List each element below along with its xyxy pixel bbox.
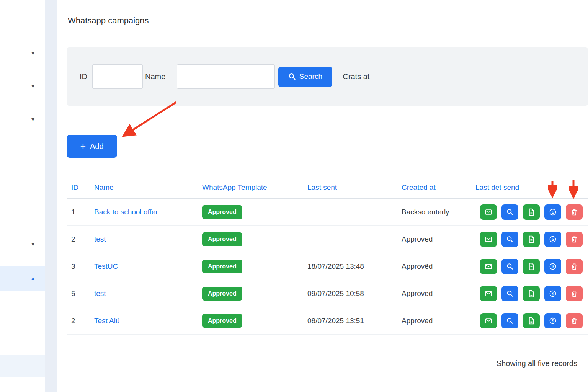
svg-text:$: $	[552, 210, 554, 214]
envelope-icon	[485, 263, 492, 270]
delete-button[interactable]	[566, 313, 583, 328]
trash-icon	[570, 317, 578, 325]
col-header-last-det-send[interactable]: Last det send	[471, 183, 588, 192]
report-button[interactable]	[523, 204, 540, 220]
search-icon	[506, 263, 514, 270]
report-button[interactable]	[523, 313, 540, 328]
cell-created-at: Approved	[397, 289, 471, 298]
trash-icon	[570, 263, 578, 270]
plus-icon: +	[80, 141, 86, 151]
name-filter-label: Name	[145, 72, 165, 81]
cell-id: 5	[67, 289, 90, 298]
envelope-icon	[485, 290, 492, 297]
trash-icon	[570, 235, 578, 243]
filter-panel: ID Name Search Crats at	[67, 47, 588, 106]
table-row: 5 test Approved 09/07/2025 10:58 Approve…	[67, 280, 588, 307]
svg-text:$: $	[552, 237, 554, 242]
svg-text:$: $	[552, 265, 554, 269]
billing-button[interactable]: $	[544, 313, 561, 328]
envelope-icon	[485, 208, 492, 216]
billing-button[interactable]: $	[544, 259, 561, 274]
view-details-button[interactable]	[501, 204, 518, 220]
cell-id: 1	[67, 208, 90, 216]
page-title: Whatsapp campaigns	[57, 5, 588, 36]
table-row: 3 TestUC Approved 18/07/2025 13:48 Appro…	[67, 253, 588, 280]
add-button-label: Add	[90, 142, 104, 151]
chevron-down-icon[interactable]: ▾	[31, 50, 34, 56]
message-button[interactable]	[480, 286, 497, 301]
id-filter-input[interactable]	[92, 64, 143, 89]
document-icon	[528, 208, 535, 216]
chevron-down-icon[interactable]: ▾	[31, 116, 34, 122]
table-row: 2 Test Alú Approved 08/07/2025 13:51 App…	[67, 307, 588, 335]
add-campaign-button[interactable]: + Add	[67, 135, 117, 158]
search-icon	[288, 73, 296, 80]
col-header-last-sent[interactable]: Last sent	[303, 183, 397, 192]
cell-id: 3	[67, 262, 90, 271]
cell-last-sent: 18/07/2025 13:48	[303, 262, 397, 271]
chevron-down-icon[interactable]: ▾	[31, 83, 34, 89]
report-button[interactable]	[523, 286, 540, 301]
envelope-icon	[485, 317, 492, 325]
campaign-name-link[interactable]: test	[94, 235, 106, 243]
chevron-up-icon[interactable]: ▴	[31, 275, 34, 281]
search-button[interactable]: Search	[278, 67, 332, 87]
view-details-button[interactable]	[501, 313, 518, 328]
message-button[interactable]	[480, 232, 497, 247]
dollar-circle-icon: $	[549, 317, 557, 325]
billing-button[interactable]: $	[544, 204, 561, 220]
dollar-circle-icon: $	[549, 235, 557, 243]
delete-button[interactable]	[566, 286, 583, 301]
dollar-circle-icon: $	[549, 208, 557, 216]
document-icon	[528, 290, 535, 297]
name-filter-input[interactable]	[177, 64, 275, 89]
cell-last-sent: 08/07/2025 13:51	[303, 317, 397, 325]
chevron-down-icon[interactable]: ▾	[31, 241, 34, 247]
col-header-created-at[interactable]: Created at	[397, 183, 471, 192]
cell-actions: $	[471, 232, 588, 247]
message-button[interactable]	[480, 204, 497, 220]
cell-created-at: Approved	[397, 317, 471, 325]
search-icon	[506, 235, 514, 243]
delete-button[interactable]	[566, 232, 583, 247]
col-header-name[interactable]: Name	[90, 183, 198, 192]
table-row: 1 Back to school offer Approved Backso e…	[67, 199, 588, 226]
campaign-name-link[interactable]: Back to school offer	[94, 208, 158, 216]
col-header-id[interactable]: ID	[67, 183, 90, 192]
dollar-circle-icon: $	[549, 263, 557, 270]
view-details-button[interactable]	[501, 259, 518, 274]
template-status-badge: Approved	[202, 205, 242, 219]
search-icon	[506, 317, 514, 325]
campaigns-table: ID Name WhatsApp Template Last sent Crea…	[67, 176, 588, 335]
cell-created-at: Approvêd	[397, 262, 471, 271]
svg-text:$: $	[552, 319, 554, 323]
delete-button[interactable]	[566, 259, 583, 274]
envelope-icon	[485, 235, 492, 243]
col-header-template[interactable]: WhatsApp Template	[198, 183, 303, 192]
document-icon	[528, 235, 535, 243]
report-button[interactable]	[523, 259, 540, 274]
view-details-button[interactable]	[501, 232, 518, 247]
campaign-name-link[interactable]: Test Alú	[94, 317, 120, 325]
cell-created-at: Backso enterly	[397, 208, 471, 216]
campaign-name-link[interactable]: TestUC	[94, 262, 118, 270]
view-details-button[interactable]	[501, 286, 518, 301]
template-status-badge: Approved	[202, 232, 242, 246]
trash-icon	[570, 290, 578, 297]
template-status-badge: Approved	[202, 260, 242, 273]
dollar-circle-icon: $	[549, 290, 557, 297]
message-button[interactable]	[480, 259, 497, 274]
template-status-badge: Approved	[202, 287, 242, 301]
billing-button[interactable]: $	[544, 232, 561, 247]
delete-button[interactable]	[566, 204, 583, 220]
id-filter-label: ID	[80, 72, 87, 81]
sidebar-gutter	[45, 0, 57, 392]
search-icon	[506, 290, 514, 297]
report-button[interactable]	[523, 232, 540, 247]
billing-button[interactable]: $	[544, 286, 561, 301]
cell-created-at: Approved	[397, 235, 471, 243]
search-icon	[506, 208, 514, 216]
campaign-name-link[interactable]: test	[94, 289, 106, 297]
search-button-label: Search	[299, 72, 322, 81]
message-button[interactable]	[480, 313, 497, 328]
